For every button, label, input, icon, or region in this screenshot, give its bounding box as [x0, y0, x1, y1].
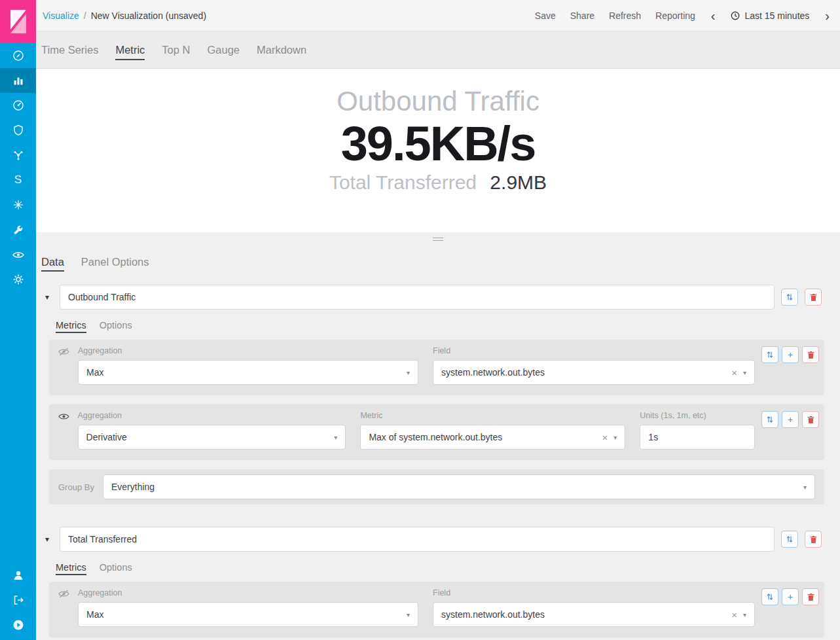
sidebar-item-management[interactable] — [0, 267, 36, 292]
series-1: ▾ Metrics Options Aggregation — [36, 285, 840, 505]
breadcrumb: Visualize / New Visualization (unsaved) — [43, 10, 206, 21]
eye-slash-icon[interactable] — [58, 347, 71, 359]
delete-series-button[interactable] — [805, 531, 822, 548]
reporting-button[interactable]: Reporting — [655, 10, 695, 21]
viz-type-tabs: Time Series Metric Top N Gauge Markdown — [36, 31, 840, 69]
aggregation-select[interactable]: Derivative ▾ — [78, 425, 346, 450]
bar-chart-icon — [12, 75, 24, 86]
tab-metric[interactable]: Metric — [115, 40, 145, 60]
sort-arrows-icon — [786, 293, 793, 301]
sidebar-item-visualize[interactable] — [0, 68, 36, 93]
tab-markdown[interactable]: Markdown — [257, 40, 306, 60]
sidebar-item-s-plugin[interactable]: S — [0, 168, 36, 192]
sidebar-item-dev-tools[interactable] — [0, 217, 36, 242]
collapse-caret-icon[interactable]: ▾ — [45, 293, 53, 302]
sidebar-item-logout[interactable] — [0, 588, 36, 613]
units-input[interactable] — [640, 425, 755, 450]
series-sub-tabs: Metrics Options — [56, 561, 840, 575]
panel-resize-handle[interactable] — [36, 232, 840, 245]
chevron-down-icon: ▾ — [407, 369, 410, 376]
breadcrumb-visualize-link[interactable]: Visualize — [43, 10, 79, 21]
tab-panel-options[interactable]: Panel Options — [81, 253, 149, 272]
graph-network-icon — [12, 149, 24, 161]
reorder-metric-button[interactable] — [761, 411, 778, 428]
metric-select[interactable]: Max of system.network.out.bytes × ▾ — [360, 425, 625, 450]
sidebar-item-ml[interactable] — [0, 192, 36, 217]
trash-icon — [810, 535, 817, 544]
field-select[interactable]: system.network.out.bytes × ▾ — [433, 360, 755, 385]
time-forward-button[interactable]: › — [824, 9, 831, 22]
field-value: system.network.out.bytes — [441, 609, 726, 620]
time-back-button[interactable]: ‹ — [710, 9, 717, 22]
sidebar-item-graph[interactable] — [0, 143, 36, 168]
breadcrumb-separator: / — [84, 10, 86, 21]
metric-row-actions: + — [761, 346, 819, 363]
metric-label: Metric — [360, 411, 625, 420]
tab-gauge[interactable]: Gauge — [207, 40, 240, 60]
chevron-down-icon: ▾ — [743, 611, 746, 618]
series-label-input[interactable] — [60, 285, 775, 310]
clear-selection-icon[interactable]: × — [731, 367, 737, 378]
tab-metrics[interactable]: Metrics — [56, 561, 86, 575]
add-metric-button[interactable]: + — [782, 588, 799, 605]
tab-top-n[interactable]: Top N — [162, 40, 190, 60]
sidebar-item-shield[interactable] — [0, 118, 36, 143]
series-2: ▾ Metrics Options Aggregation — [36, 527, 840, 640]
breadcrumb-current: New Visualization (unsaved) — [91, 10, 206, 21]
chevron-down-icon: ▾ — [334, 434, 337, 441]
reorder-series-button[interactable] — [781, 289, 798, 306]
add-metric-button[interactable]: + — [782, 411, 799, 428]
aggregation-value: Max — [86, 609, 401, 620]
secondary-metric-label: Total Transferred — [329, 171, 477, 193]
group-by-label: Group By — [58, 482, 96, 492]
field-select[interactable]: system.network.out.bytes × ▾ — [433, 602, 755, 627]
series-label-input[interactable] — [60, 527, 775, 552]
delete-metric-button[interactable] — [802, 588, 819, 605]
reorder-metric-button[interactable] — [761, 346, 778, 363]
tab-time-series[interactable]: Time Series — [41, 40, 98, 60]
save-button[interactable]: Save — [535, 10, 556, 21]
share-button[interactable]: Share — [570, 10, 594, 21]
secondary-metric: Total Transferred 2.9MB — [36, 171, 840, 194]
delete-metric-button[interactable] — [802, 411, 819, 428]
sidebar-item-dashboard[interactable] — [0, 93, 36, 118]
tab-options[interactable]: Options — [100, 319, 132, 333]
refresh-button[interactable]: Refresh — [609, 10, 641, 21]
sort-arrows-icon — [767, 593, 773, 601]
field-label: Field — [433, 588, 755, 597]
sidebar-item-account[interactable] — [0, 563, 36, 588]
add-metric-button[interactable]: + — [782, 346, 799, 363]
metric-row: Aggregation Derivative ▾ Metric Max of s… — [49, 404, 824, 460]
time-picker[interactable]: Last 15 minutes — [731, 10, 809, 21]
wrench-icon — [12, 224, 24, 236]
reorder-metric-button[interactable] — [761, 588, 778, 605]
sparkle-icon — [12, 199, 24, 211]
kibana-logo[interactable] — [0, 0, 36, 43]
eye-slash-icon[interactable] — [58, 589, 71, 601]
metric-value: 39.5KB/s — [36, 117, 840, 170]
clear-selection-icon[interactable]: × — [602, 432, 608, 443]
clear-selection-icon[interactable]: × — [731, 609, 737, 620]
sidebar-collapse-toggle[interactable] — [0, 613, 36, 637]
topbar-actions: Save Share Refresh Reporting ‹ Last 15 m… — [535, 9, 831, 22]
gear-icon — [12, 274, 24, 285]
units-label: Units (1s, 1m, etc) — [640, 411, 755, 420]
time-range-label: Last 15 minutes — [744, 10, 809, 21]
sidebar-item-monitoring[interactable] — [0, 242, 36, 267]
user-icon — [12, 569, 24, 581]
tab-data[interactable]: Data — [41, 253, 64, 272]
sidebar-item-discover[interactable] — [0, 43, 36, 68]
clock-icon — [731, 11, 740, 20]
delete-series-button[interactable] — [805, 289, 822, 306]
delete-metric-button[interactable] — [802, 346, 819, 363]
top-navbar: Visualize / New Visualization (unsaved) … — [36, 0, 840, 31]
tab-metrics[interactable]: Metrics — [56, 319, 86, 333]
tab-options[interactable]: Options — [100, 561, 132, 575]
group-by-select[interactable]: Everything ▾ — [103, 474, 815, 499]
eye-icon[interactable] — [58, 412, 71, 423]
aggregation-select[interactable]: Max ▾ — [78, 602, 418, 627]
reorder-series-button[interactable] — [781, 531, 798, 548]
aggregation-select[interactable]: Max ▾ — [78, 360, 418, 385]
collapse-caret-icon[interactable]: ▾ — [45, 535, 53, 544]
config-panel: Data Panel Options ▾ Metrics Options — [36, 245, 840, 640]
